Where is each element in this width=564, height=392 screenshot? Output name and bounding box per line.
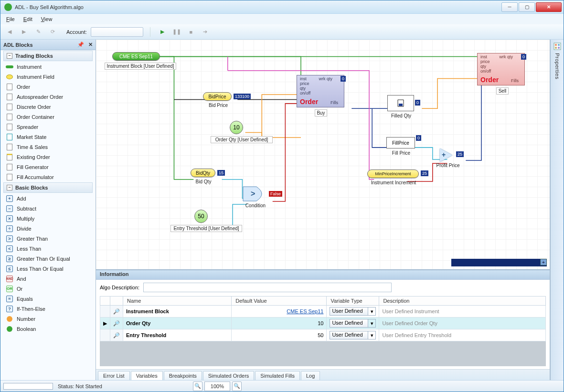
block-subtract[interactable]: −Subtract — [0, 203, 96, 213]
block-multiply[interactable]: ×Multiply — [0, 213, 96, 223]
table-row[interactable]: 🔎 Entry Threshold 50 User Defined▾ User … — [100, 329, 546, 341]
block-lte[interactable]: ≤Less Than Or Equal — [0, 264, 96, 274]
node-profit-price[interactable]: + 25 Profit Price — [440, 148, 452, 162]
close-button[interactable]: ✕ — [536, 2, 562, 12]
play-button[interactable]: ▶ — [157, 27, 168, 37]
center-area: CME ES Sep11 Instrument Block [User Defi… — [96, 40, 550, 380]
zoom-out-button[interactable]: 🔍 — [193, 381, 202, 391]
stop-button[interactable]: ■ — [186, 27, 196, 37]
forward-button[interactable]: ▶ — [19, 27, 29, 37]
block-add[interactable]: +Add — [0, 193, 96, 203]
pause-button[interactable]: ❚❚ — [171, 27, 182, 37]
menubar: File Edit View — [0, 14, 564, 24]
svg-rect-3 — [555, 44, 557, 46]
node-min-price-increment[interactable]: MinPriceIncrement 25 Instrument Incremen… — [367, 170, 419, 178]
node-filled-qty[interactable]: 0 Filled Qty — [387, 95, 414, 111]
close-panel-icon[interactable]: ✕ — [88, 42, 93, 47]
block-market-state[interactable]: Market State — [0, 132, 96, 142]
minimap-expand-icon[interactable]: + — [540, 259, 547, 265]
blocks-list[interactable]: −Trading Blocks Instrument Instrument Fi… — [0, 50, 96, 380]
block-autospreader-order[interactable]: Autospreader Order — [0, 92, 96, 102]
block-fill-generator[interactable]: Fill Generator — [0, 162, 96, 172]
menu-view[interactable]: View — [41, 16, 53, 22]
block-lt[interactable]: <Less Than — [0, 244, 96, 254]
col-name[interactable]: Name — [123, 297, 232, 306]
blocks-panel: ADL Blocks 📌 ✕ −Trading Blocks Instrumen… — [0, 40, 96, 380]
group-trading-blocks[interactable]: −Trading Blocks — [3, 51, 93, 61]
minimap[interactable]: + — [451, 259, 547, 266]
block-fill-accumulator[interactable]: Fill Accumulator — [0, 172, 96, 182]
variables-table: Name Default Value Variable Type Descrip… — [100, 296, 546, 341]
node-fill-price[interactable]: FillPrice 0 Fill Price — [386, 137, 415, 148]
node-condition[interactable]: > False Condition — [242, 186, 268, 202]
block-ite[interactable]: ?If-Then-Else — [0, 304, 96, 314]
node-entry-threshold[interactable]: 50 Entry Threshold [User Defined] — [194, 210, 208, 223]
block-number[interactable]: Number — [0, 314, 96, 324]
menu-file[interactable]: File — [6, 16, 15, 22]
block-time-sales[interactable]: Time & Sales — [0, 142, 96, 152]
refresh-button[interactable]: ⟳ — [47, 27, 58, 37]
block-instrument[interactable]: Instrument — [0, 62, 96, 72]
algo-desc-input[interactable] — [143, 283, 392, 292]
node-order-qty[interactable]: 10 Order Qty [User Defined] — [230, 121, 243, 134]
block-boolean[interactable]: Boolean — [0, 324, 96, 334]
algo-desc-label: Algo Description: — [100, 285, 139, 290]
node-order-buy[interactable]: inst price qty on/off wrk qty 0 Fills Or… — [297, 75, 344, 107]
col-vtype[interactable]: Variable Type — [327, 297, 379, 306]
step-button[interactable]: ➔ — [200, 27, 211, 37]
back-button[interactable]: ◀ — [4, 27, 15, 37]
node-bid-price[interactable]: BidPrice 133100 Bid Price — [203, 92, 232, 101]
node-instrument-block[interactable]: CME ES Sep11 Instrument Block [User Defi… — [112, 52, 160, 61]
progress-bar — [3, 383, 53, 390]
block-and[interactable]: ANDAnd — [0, 274, 96, 284]
canvas[interactable]: CME ES Sep11 Instrument Block [User Defi… — [96, 40, 550, 269]
svg-rect-1 — [399, 104, 403, 106]
node-bid-qty[interactable]: BidQty 15 Bid Qty — [191, 169, 215, 177]
block-equals[interactable]: =Equals — [0, 294, 96, 304]
block-spreader[interactable]: Spreader — [0, 122, 96, 132]
pin-icon[interactable]: 📌 — [77, 42, 84, 47]
tab-breakpoints[interactable]: Breakpoints — [164, 371, 202, 380]
statusbar: Status: Not Started 🔍 100% 🔍 — [0, 380, 564, 392]
svg-rect-4 — [558, 44, 560, 46]
account-select[interactable] — [91, 27, 143, 37]
block-order[interactable]: Order — [0, 82, 96, 92]
block-existing-order[interactable]: Existing Order — [0, 152, 96, 162]
block-divide[interactable]: ÷Divide — [0, 223, 96, 233]
tab-error-list[interactable]: Error List — [98, 371, 130, 380]
table-row[interactable]: ▶ 🔎 Order Qty 10 User Defined▾ User Defi… — [100, 318, 546, 329]
collapse-icon[interactable]: − — [7, 185, 12, 191]
maximize-button[interactable]: ▢ — [519, 2, 535, 12]
app-window: ADL - Buy Sell Algorithm.algo ─ ▢ ✕ File… — [0, 0, 564, 392]
block-order-container[interactable]: Order Container — [0, 112, 96, 122]
minimize-button[interactable]: ─ — [501, 2, 518, 12]
titlebar: ADL - Buy Sell Algorithm.algo ─ ▢ ✕ — [0, 0, 564, 14]
tab-simulated-orders[interactable]: Simulated Orders — [203, 371, 255, 380]
block-or[interactable]: OROr — [0, 284, 96, 294]
edit-lock-button[interactable]: ✎ — [33, 27, 43, 37]
group-basic-blocks[interactable]: −Basic Blocks — [3, 182, 93, 193]
zoom-in-button[interactable]: 🔍 — [232, 381, 242, 391]
info-panel-title: Information — [96, 270, 550, 280]
zoom-level[interactable]: 100% — [204, 381, 230, 391]
app-icon — [4, 3, 12, 11]
tab-variables[interactable]: Variables — [131, 371, 163, 380]
table-row[interactable]: 🔎 Instrument Block CME ES Sep11 User Def… — [100, 306, 546, 318]
svg-rect-6 — [558, 47, 560, 49]
block-gt[interactable]: >Greater Than — [0, 233, 96, 244]
block-gte[interactable]: ≥Greater Than Or Equal — [0, 254, 96, 264]
block-instrument-field[interactable]: Instrument Field — [0, 72, 96, 82]
blocks-panel-title: ADL Blocks — [3, 42, 33, 48]
tab-log[interactable]: Log — [301, 371, 320, 380]
block-discrete-order[interactable]: Discrete Order — [0, 102, 96, 112]
collapse-icon[interactable]: − — [7, 53, 12, 59]
properties-panel-collapsed[interactable]: Properties — [550, 40, 564, 380]
menu-edit[interactable]: Edit — [23, 16, 32, 22]
account-label: Account: — [66, 29, 87, 35]
properties-icon — [553, 42, 561, 50]
tab-simulated-fills[interactable]: Simulated Fills — [255, 371, 300, 380]
node-order-sell[interactable]: inst price qty on/off wrk qty 0 Fills Or… — [477, 53, 525, 85]
properties-label: Properties — [554, 53, 560, 79]
col-default[interactable]: Default Value — [232, 297, 327, 306]
col-desc[interactable]: Description — [379, 297, 546, 306]
